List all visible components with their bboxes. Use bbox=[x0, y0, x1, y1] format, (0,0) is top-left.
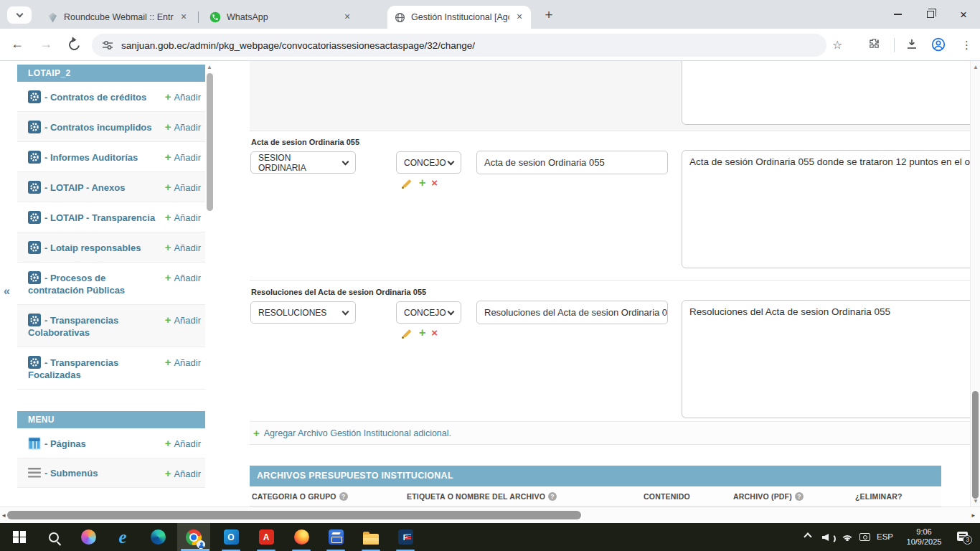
minimize-button[interactable] bbox=[881, 0, 914, 29]
organo-select[interactable]: CONCEJO bbox=[396, 301, 461, 324]
sidebar-scrollbar-up-arrow[interactable]: ▲ bbox=[207, 64, 212, 70]
wifi-icon[interactable] bbox=[841, 532, 854, 541]
edit-pencil-icon[interactable] bbox=[402, 328, 413, 339]
sidebar-item-paginas[interactable]: - Páginas +Añadir bbox=[17, 428, 205, 458]
page-vertical-scrollbar[interactable]: ▲ ▼ bbox=[970, 61, 980, 507]
sidebar-section-header: LOTAIP_2 bbox=[17, 65, 205, 82]
tray-show-hidden-icons[interactable] bbox=[804, 532, 811, 540]
scrollbar-left-arrow[interactable]: ◂ bbox=[2, 512, 6, 519]
tab-close-icon[interactable]: × bbox=[514, 11, 525, 23]
help-icon[interactable]: ? bbox=[339, 492, 348, 501]
delete-x-icon[interactable]: × bbox=[431, 328, 438, 338]
scrollbar-right-arrow[interactable]: ▸ bbox=[971, 512, 975, 519]
downloads-icon[interactable] bbox=[905, 37, 918, 53]
volume-icon[interactable] bbox=[822, 532, 834, 542]
back-button[interactable]: ← bbox=[9, 37, 26, 52]
taskbar-internet-explorer[interactable]: e bbox=[106, 523, 139, 551]
content-textarea[interactable]: Resoluciones del Acta de sesion Ordinari… bbox=[682, 300, 977, 418]
taskbar-firefox[interactable] bbox=[285, 523, 318, 551]
sidebar-item-transparencias-colaborativas[interactable]: - Transparencias Colaborativas +Añadir bbox=[17, 305, 205, 347]
sidebar-collapse-arrow[interactable]: « bbox=[4, 285, 10, 298]
sidebar-scrollbar-thumb[interactable] bbox=[207, 73, 213, 211]
submenu-hamburger-icon bbox=[28, 468, 41, 478]
sidebar-item-lotaip-responsables[interactable]: - Lotaip responsables +Añadir bbox=[17, 232, 205, 263]
taskbar-outlook[interactable]: O bbox=[215, 523, 248, 551]
sidebar-add-link[interactable]: +Añadir bbox=[165, 181, 201, 193]
page-horizontal-scrollbar[interactable]: ◂ ▸ bbox=[0, 507, 980, 523]
organo-select[interactable]: CONCEJO bbox=[396, 151, 461, 174]
scrollbar-up-arrow[interactable]: ▲ bbox=[973, 64, 979, 70]
taskbar-scanner-app[interactable] bbox=[319, 523, 352, 551]
column-header: CONTENIDO bbox=[644, 492, 690, 501]
tab-search-button[interactable] bbox=[7, 6, 32, 24]
sidebar-item-submenus[interactable]: - Submenús +Añadir bbox=[17, 458, 205, 488]
new-tab-button[interactable]: + bbox=[540, 6, 558, 24]
language-indicator[interactable]: ESP bbox=[877, 532, 893, 541]
scrollbar-thumb[interactable] bbox=[7, 511, 581, 519]
sidebar-add-link[interactable]: +Añadir bbox=[165, 467, 201, 479]
sidebar-item-transparencias-focalizadas[interactable]: - Transparencias Focalizadas +Añadir bbox=[17, 347, 205, 390]
tab-gestion-institucional-active[interactable]: Gestión Institucional [Agosto-20 × bbox=[387, 6, 531, 29]
restore-button[interactable] bbox=[914, 0, 947, 29]
start-button[interactable] bbox=[3, 523, 36, 551]
nombre-input[interactable]: Acta de sesion Ordinaria 055 bbox=[476, 151, 668, 174]
sidebar-item-procesos-contratacion[interactable]: - Procesos de contratación Públicas +Aña… bbox=[17, 263, 205, 305]
sidebar-add-link[interactable]: +Añadir bbox=[165, 211, 201, 223]
sidebar-add-link[interactable]: +Añadir bbox=[165, 90, 201, 103]
reload-button[interactable] bbox=[67, 37, 82, 52]
taskbar-file-explorer[interactable] bbox=[354, 523, 387, 551]
outlook-icon: O bbox=[224, 529, 239, 545]
menu-dots-icon[interactable]: ⋮ bbox=[961, 39, 972, 52]
pages-icon bbox=[28, 437, 41, 450]
taskbar-acrobat[interactable]: A bbox=[250, 523, 283, 551]
content-textarea[interactable] bbox=[682, 61, 970, 125]
sidebar-item-lotaip-transparencia[interactable]: - LOTAIP - Transparencia +Añadir bbox=[17, 202, 205, 232]
sidebar-item-lotaip-anexos[interactable]: - LOTAIP - Anexos +Añadir bbox=[17, 172, 205, 202]
tab-title: Roundcube Webmail :: Entrada bbox=[64, 12, 174, 22]
tipo-select[interactable]: RESOLUCIONES bbox=[250, 301, 356, 324]
address-bar[interactable]: sanjuan.gob.ec/admin/pkg_webpage/convoca… bbox=[92, 34, 826, 57]
cast-icon[interactable] bbox=[859, 533, 870, 541]
help-icon[interactable]: ? bbox=[548, 492, 557, 501]
help-icon[interactable]: ? bbox=[795, 492, 804, 501]
content-textarea[interactable]: Acta de sesión Ordinaria 055 donde se tr… bbox=[682, 150, 977, 268]
sidebar-add-link[interactable]: +Añadir bbox=[165, 271, 201, 283]
scrollbar-thumb[interactable] bbox=[972, 391, 979, 499]
sidebar-item-label: - LOTAIP - Anexos bbox=[44, 182, 125, 193]
close-button[interactable]: × bbox=[947, 0, 980, 29]
forward-button[interactable]: → bbox=[37, 37, 55, 52]
tab-whatsapp[interactable]: WhatsApp × bbox=[202, 6, 359, 29]
tab-close-icon[interactable]: × bbox=[178, 11, 189, 23]
sidebar-item-contratos-incumplidos[interactable]: - Contratos incumplidos +Añadir bbox=[17, 112, 205, 142]
adobe-acrobat-icon: A bbox=[259, 529, 274, 545]
sidebar-item-informes-auditorias[interactable]: - Informes Auditorías +Añadir bbox=[17, 142, 205, 172]
bookmark-star-icon[interactable]: ☆ bbox=[832, 38, 842, 52]
tipo-select[interactable]: SESION ORDINARIA bbox=[250, 151, 356, 174]
add-plus-icon[interactable]: + bbox=[419, 328, 425, 338]
delete-x-icon[interactable]: × bbox=[431, 178, 438, 188]
notification-center-icon[interactable]: 3 bbox=[957, 532, 968, 541]
scrollbar-down-arrow[interactable]: ▼ bbox=[973, 498, 979, 504]
tab-close-icon[interactable]: × bbox=[341, 11, 353, 23]
profile-icon[interactable] bbox=[931, 37, 946, 55]
extensions-icon[interactable] bbox=[868, 37, 880, 52]
sidebar-item-contratos-creditos[interactable]: - Contratos de créditos +Añadir bbox=[17, 82, 205, 112]
taskbar-copilot[interactable] bbox=[72, 523, 105, 551]
site-settings-icon[interactable] bbox=[102, 39, 113, 51]
taskbar-edge[interactable] bbox=[141, 523, 174, 551]
sidebar-add-link[interactable]: +Añadir bbox=[165, 151, 201, 163]
edit-pencil-icon[interactable] bbox=[402, 178, 413, 189]
sidebar-add-link[interactable]: +Añadir bbox=[165, 437, 201, 449]
taskbar-clock[interactable]: 9:06 10/9/2025 bbox=[900, 527, 948, 547]
sidebar-add-link[interactable]: +Añadir bbox=[165, 241, 201, 253]
taskbar-search-button[interactable] bbox=[37, 523, 70, 551]
sidebar-add-link[interactable]: +Añadir bbox=[165, 314, 201, 326]
tab-roundcube[interactable]: Roundcube Webmail :: Entrada × bbox=[40, 6, 195, 29]
taskbar-chrome-active[interactable] bbox=[177, 523, 210, 551]
taskbar-fec-app[interactable]: F bbox=[389, 523, 422, 551]
add-archivo-link[interactable]: Agregar Archivo Gestión Institucional ad… bbox=[264, 428, 451, 438]
add-plus-icon[interactable]: + bbox=[419, 178, 425, 188]
sidebar-add-link[interactable]: +Añadir bbox=[165, 356, 201, 368]
nombre-input[interactable]: Resoluciones del Acta de sesion Ordinari… bbox=[476, 301, 668, 324]
sidebar-add-link[interactable]: +Añadir bbox=[165, 121, 201, 133]
